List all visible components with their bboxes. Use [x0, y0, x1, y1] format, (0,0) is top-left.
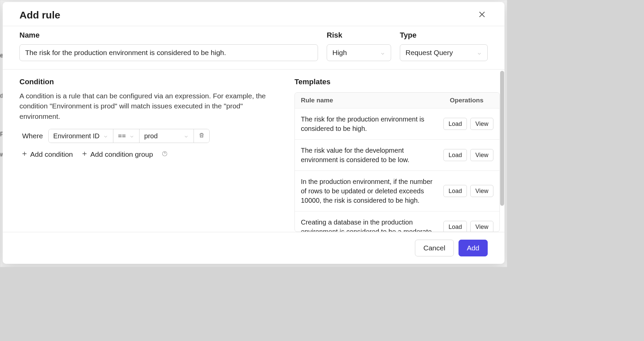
template-name: The risk value for the development envir…	[301, 146, 439, 164]
templates-list[interactable]: The risk for the production environment …	[295, 108, 499, 232]
type-label: Type	[400, 31, 488, 40]
templates-col-name: Rule name	[301, 97, 450, 104]
condition-value-text: prod	[144, 132, 158, 140]
form-row: Name Risk High Type Request Query	[3, 26, 504, 69]
template-row: Creating a database in the production en…	[295, 211, 499, 232]
modal-footer: Cancel Add	[3, 232, 504, 264]
condition-row: Where Environment ID ==	[19, 129, 281, 143]
close-icon	[478, 10, 486, 20]
cancel-button[interactable]: Cancel	[415, 240, 453, 256]
scrollbar[interactable]	[500, 71, 504, 206]
template-name: In the production environment, if the nu…	[301, 177, 439, 205]
templates-col-ops: Operations	[450, 97, 493, 104]
templates-header-row: Rule name Operations	[295, 93, 499, 108]
where-label: Where	[22, 132, 43, 140]
template-ops: Load View	[443, 221, 493, 232]
help-icon[interactable]	[162, 151, 168, 158]
delete-condition-button[interactable]	[194, 129, 209, 143]
trash-icon	[199, 132, 205, 140]
template-ops: Load View	[443, 149, 493, 161]
type-select[interactable]: Request Query	[400, 44, 488, 61]
plus-icon	[21, 150, 28, 158]
condition-field-select[interactable]: Environment ID	[49, 129, 113, 143]
chevron-down-icon	[477, 50, 482, 55]
templates-table: Rule name Operations The risk for the pr…	[294, 92, 500, 232]
name-label: Name	[19, 31, 318, 40]
load-button[interactable]: Load	[443, 118, 467, 130]
plus-icon	[82, 150, 88, 158]
load-button[interactable]: Load	[443, 185, 467, 197]
risk-select[interactable]: High	[327, 44, 391, 61]
chevron-down-icon	[380, 50, 385, 55]
add-condition-group-button[interactable]: Add condition group	[82, 150, 153, 158]
templates-title: Templates	[294, 78, 500, 86]
chevron-down-icon	[103, 133, 108, 139]
template-name: The risk for the production environment …	[301, 114, 439, 133]
add-condition-button[interactable]: Add condition	[21, 150, 73, 158]
condition-description: A condition is a rule that can be config…	[19, 91, 268, 121]
view-button[interactable]: View	[470, 118, 493, 130]
risk-label: Risk	[327, 31, 391, 40]
condition-operator-value: ==	[118, 132, 126, 140]
condition-field-value: Environment ID	[53, 132, 100, 140]
risk-group: Risk High	[327, 31, 391, 61]
condition-title: Condition	[19, 78, 281, 86]
chevron-down-icon	[183, 133, 189, 139]
condition-expression: Environment ID == prod	[48, 129, 210, 143]
add-button[interactable]: Add	[459, 240, 488, 256]
name-input[interactable]	[19, 44, 318, 61]
view-button[interactable]: View	[470, 149, 493, 161]
add-condition-group-label: Add condition group	[90, 150, 153, 158]
modal-title: Add rule	[19, 9, 60, 21]
modal-header: Add rule	[3, 2, 504, 26]
risk-value: High	[332, 49, 347, 57]
load-button[interactable]: Load	[443, 149, 467, 161]
template-ops: Load View	[443, 118, 493, 130]
template-row: The risk value for the development envir…	[295, 140, 499, 171]
template-name: Creating a database in the production en…	[301, 217, 439, 232]
condition-operator-select[interactable]: ==	[113, 129, 140, 143]
chevron-down-icon	[129, 133, 135, 139]
view-button[interactable]: View	[470, 185, 493, 197]
template-row: The risk for the production environment …	[295, 108, 499, 140]
add-actions: Add condition Add condition group	[19, 150, 281, 158]
condition-panel: Condition A condition is a rule that can…	[3, 69, 294, 232]
load-button[interactable]: Load	[443, 221, 467, 232]
template-row: In the production environment, if the nu…	[295, 171, 499, 211]
type-group: Type Request Query	[400, 31, 488, 61]
type-value: Request Query	[406, 49, 453, 57]
condition-value-select[interactable]: prod	[140, 129, 194, 143]
add-rule-modal: Add rule Name Risk High Type Request Que…	[3, 2, 504, 264]
view-button[interactable]: View	[470, 221, 493, 232]
close-button[interactable]	[476, 9, 488, 21]
add-condition-label: Add condition	[30, 150, 73, 158]
templates-panel: Templates Rule name Operations The risk …	[294, 69, 504, 232]
name-group: Name	[19, 31, 318, 61]
modal-body: Condition A condition is a rule that can…	[3, 69, 504, 232]
template-ops: Load View	[443, 185, 493, 197]
